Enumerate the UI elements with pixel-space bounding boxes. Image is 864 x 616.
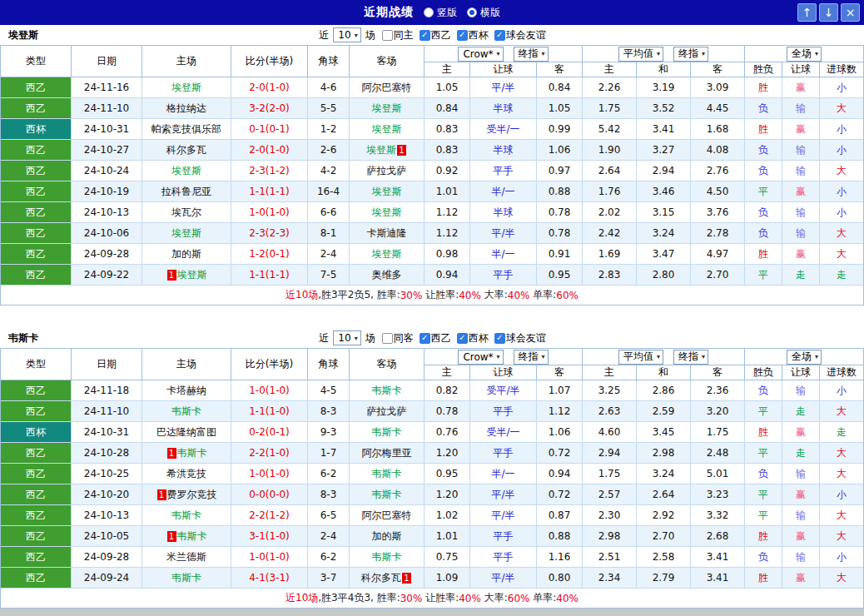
- team-name-link[interactable]: 阿尔巴塞特: [362, 509, 412, 523]
- team-name-link[interactable]: 卡斯迪隆: [367, 226, 407, 241]
- euro-draw-odds: 3.27: [637, 140, 691, 161]
- result-wdl-result: 平: [745, 401, 782, 422]
- scroll-up-button[interactable]: ↑: [797, 3, 817, 22]
- league-filter-checkbox[interactable]: ✓: [420, 333, 430, 344]
- team-name-link[interactable]: 韦斯卡: [372, 488, 402, 502]
- euro-stage-select[interactable]: 终指▾: [673, 47, 708, 62]
- match-score: 0-1(0-1): [231, 119, 308, 140]
- team-name-link[interactable]: 埃登斯: [171, 81, 201, 95]
- asian-stage-select[interactable]: 终指▾: [514, 47, 549, 62]
- euro-odds-group-header: 平均值▾终指▾: [583, 46, 745, 62]
- match-score: 3-2(2-0): [231, 98, 308, 119]
- team-name-link[interactable]: 希洪竞技: [166, 467, 206, 481]
- close-icon: ×: [846, 6, 856, 19]
- team-name-link[interactable]: 韦斯卡: [372, 467, 402, 481]
- team-name-link[interactable]: 埃登斯: [372, 185, 402, 199]
- team-name-link[interactable]: 韦斯卡: [177, 446, 207, 460]
- asian-stage-select-value: 终指: [519, 47, 539, 61]
- match-row: 西乙24-11-10格拉纳达3-2(2-0)5-5埃登斯0.84半球1.051.…: [1, 98, 863, 119]
- team-name-link[interactable]: 韦斯卡: [372, 550, 402, 564]
- away-team-cell: 卡斯迪隆: [350, 223, 425, 244]
- venue-filter-checkbox[interactable]: [382, 333, 393, 344]
- header-match-type: 类型: [1, 46, 72, 77]
- away-team-cell: 加的斯: [350, 526, 425, 547]
- team-name-link[interactable]: 埃登斯: [372, 102, 402, 116]
- layout-option-horizontal[interactable]: 横版: [467, 6, 500, 20]
- euro-home-odds: 2.83: [583, 265, 637, 286]
- team-name-link[interactable]: 米兰德斯: [166, 550, 206, 564]
- summary-segment: 30%: [400, 593, 423, 604]
- venue-filter-checkbox[interactable]: [382, 30, 393, 41]
- match-row: 西乙24-11-10韦斯卡1-1(1-0)8-3萨拉戈萨0.78平手1.122.…: [1, 401, 863, 422]
- subheader-result-handicap: 让球: [782, 365, 820, 380]
- league-filter-checkbox[interactable]: ✓: [420, 30, 430, 41]
- subheader-euro-away: 客: [691, 62, 745, 77]
- team-name-link[interactable]: 加的斯: [171, 247, 201, 261]
- team-name-link[interactable]: 韦斯卡: [372, 425, 402, 440]
- team-name-link[interactable]: 萨拉戈萨: [367, 164, 407, 178]
- euro-draw-odds: 3.19: [637, 77, 691, 98]
- dropdown-arrow-icon: ▾: [815, 50, 818, 57]
- euro-source-select[interactable]: 平均值▾: [618, 47, 663, 62]
- team-name-link[interactable]: 阿尔梅里亚: [362, 446, 412, 460]
- team-name-link[interactable]: 加的斯: [372, 529, 402, 544]
- team-name-link[interactable]: 拉科鲁尼亚: [161, 185, 211, 199]
- match-row: 西乙24-10-201费罗尔竞技0-0(0-0)8-3韦斯卡1.20平/半0.7…: [1, 484, 863, 505]
- league-filter-checkbox[interactable]: ✓: [494, 333, 505, 344]
- summary-segment: 胜率:: [377, 591, 400, 605]
- league-type-badge: 西乙: [1, 380, 72, 401]
- bookmaker-select[interactable]: Crow*▾: [458, 47, 503, 62]
- close-button[interactable]: ×: [841, 3, 860, 22]
- euro-stage-select[interactable]: 终指▾: [673, 350, 708, 365]
- scroll-down-button[interactable]: ↓: [819, 3, 838, 22]
- dropdown-arrow-icon: ▾: [657, 353, 660, 360]
- recent-count-select[interactable]: 10▾: [333, 330, 360, 345]
- team-name-link[interactable]: 科尔多瓦: [361, 571, 401, 585]
- team-name-link[interactable]: 埃登斯: [372, 247, 402, 261]
- asian-stage-select[interactable]: 终指▾: [514, 350, 549, 365]
- match-score: 2-3(1-2): [231, 161, 308, 181]
- team-name-link[interactable]: 格拉纳达: [166, 102, 206, 116]
- team-name-link[interactable]: 费罗尔竞技: [167, 488, 217, 502]
- match-scope-select[interactable]: 全场▾: [787, 47, 822, 62]
- league-filter-checkbox[interactable]: ✓: [494, 30, 505, 41]
- euro-source-select[interactable]: 平均值▾: [618, 350, 663, 365]
- bookmaker-select[interactable]: Crow*▾: [458, 350, 503, 365]
- team-name-link[interactable]: 阿尔巴塞特: [362, 81, 412, 95]
- team-name-link[interactable]: 韦斯卡: [171, 571, 201, 585]
- team-name-link[interactable]: 帕索竞技俱乐部: [151, 122, 221, 137]
- result-goals-result: 走: [820, 265, 863, 286]
- match-row: 西乙24-10-051韦斯卡3-1(1-0)2-4加的斯1.01平手0.882.…: [1, 526, 863, 547]
- subheader-result-wdl: 胜负: [745, 365, 782, 380]
- header-corner: 角球: [308, 46, 350, 77]
- team-name-link[interactable]: 韦斯卡: [372, 384, 402, 398]
- team-name-link[interactable]: 韦斯卡: [171, 509, 201, 523]
- team-name-link[interactable]: 奥维多: [372, 268, 402, 282]
- match-date: 24-10-20: [72, 484, 142, 505]
- red-card-badge: 1: [167, 270, 176, 281]
- team-name-link[interactable]: 卡塔赫纳: [166, 384, 206, 398]
- team-name-link[interactable]: 科尔多瓦: [166, 143, 206, 157]
- league-filter-checkbox[interactable]: ✓: [457, 333, 468, 344]
- team-name-link[interactable]: 韦斯卡: [171, 405, 201, 419]
- dropdown-arrow-icon: ▾: [815, 353, 818, 360]
- match-date: 24-10-06: [72, 223, 142, 244]
- team-name-link[interactable]: 巴达隆纳富图: [156, 425, 216, 440]
- team-name-link[interactable]: 埃登斯: [366, 143, 396, 157]
- recent-count-select[interactable]: 10▾: [333, 27, 360, 42]
- team-name-link[interactable]: 埃登斯: [372, 122, 402, 137]
- asian-away-odds: 0.80: [537, 568, 583, 589]
- result-wdl-result: 平: [745, 505, 782, 526]
- team-name-link[interactable]: 埃登斯: [372, 206, 402, 220]
- match-scope-select[interactable]: 全场▾: [787, 350, 822, 365]
- team-name-link[interactable]: 埃登斯: [171, 226, 201, 241]
- team-name-link[interactable]: 埃登斯: [171, 164, 201, 178]
- team-name-link[interactable]: 韦斯卡: [177, 529, 207, 544]
- euro-draw-odds: 3.24: [637, 223, 691, 244]
- subheader-asian-handicap: 让球: [470, 365, 537, 380]
- team-name-link[interactable]: 萨拉戈萨: [367, 405, 407, 419]
- layout-option-vertical[interactable]: 竖版: [424, 6, 457, 20]
- team-name-link[interactable]: 埃登斯: [177, 268, 207, 282]
- league-filter-checkbox[interactable]: ✓: [457, 30, 468, 41]
- team-name-link[interactable]: 埃瓦尔: [171, 206, 201, 220]
